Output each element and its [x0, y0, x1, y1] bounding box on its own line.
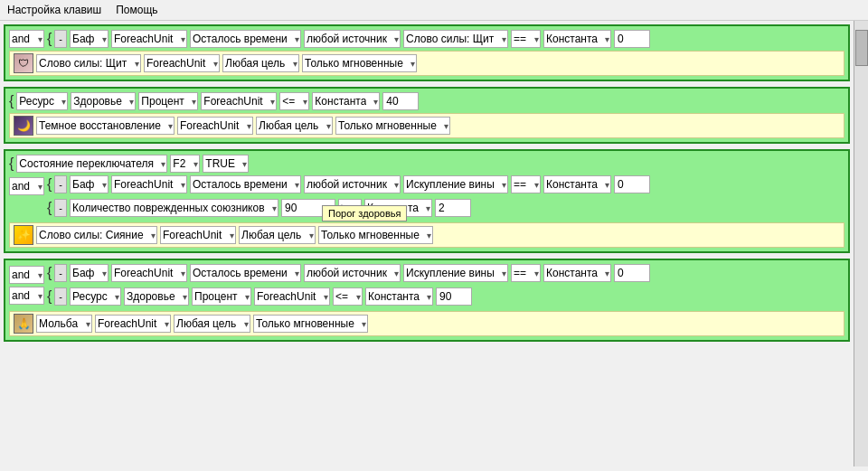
- spell-sel-1[interactable]: Слово силы: Щит: [403, 30, 508, 48]
- type-sel-1[interactable]: Баф: [70, 30, 108, 48]
- block3-switch-row: { Состояние переключателя F2 TRUE: [9, 155, 844, 173]
- condition-block-2: { Ресурс Здоровье Процент ForeachUnit <=…: [4, 87, 850, 144]
- minus-btn-3b[interactable]: -: [54, 199, 67, 217]
- block2-header-row: { Ресурс Здоровье Процент ForeachUnit <=…: [9, 92, 844, 110]
- val-4a[interactable]: [614, 264, 650, 282]
- val-4b[interactable]: [436, 287, 472, 306]
- op-sel-2[interactable]: <=: [279, 92, 309, 110]
- switch-val-sel[interactable]: TRUE: [203, 155, 249, 173]
- and-sel-4a[interactable]: and: [9, 266, 44, 284]
- source-sel-1[interactable]: любой источник: [304, 30, 401, 48]
- block1-header-row: and { - Баф ForeachUnit Осталось времени…: [9, 30, 844, 48]
- op-sel-1[interactable]: ==: [511, 30, 541, 48]
- menu-help[interactable]: Помощь: [116, 4, 157, 16]
- action-unit-sel-1[interactable]: ForeachUnit: [144, 54, 220, 72]
- block3-cond1-row: { - Баф ForeachUnit Осталось времени люб…: [47, 175, 844, 193]
- block3-action-row: ✨ Слово силы: Сияние ForeachUnit Любая ц…: [9, 222, 844, 248]
- scrollbar[interactable]: [854, 21, 868, 466]
- minus-btn-4a[interactable]: -: [54, 264, 67, 282]
- value-input-2[interactable]: [382, 92, 419, 110]
- block4-cond1-row: { - Баф ForeachUnit Осталось времени люб…: [47, 264, 844, 282]
- block2-action-row: 🌙 Темное восстановление ForeachUnit Люба…: [9, 113, 844, 138]
- menu-keyboard[interactable]: Настройка клавиш: [7, 4, 101, 16]
- minus-btn-1[interactable]: -: [54, 30, 67, 48]
- res-sel-2[interactable]: Здоровье: [71, 92, 136, 110]
- brace-3: {: [9, 155, 14, 173]
- shine-icon: ✨: [14, 225, 33, 245]
- switch-state-sel[interactable]: Состояние переключателя: [16, 155, 167, 173]
- brace-1: {: [47, 30, 52, 48]
- type-sel-2[interactable]: Ресурс: [16, 92, 68, 110]
- remain-sel-1[interactable]: Осталось времени: [190, 30, 301, 48]
- minus-btn-3a[interactable]: -: [54, 175, 67, 193]
- value-input-1[interactable]: [614, 30, 650, 48]
- action-target-sel-2[interactable]: Любая цель: [256, 117, 333, 135]
- condition-block-1: and { - Баф ForeachUnit Осталось времени…: [4, 24, 850, 81]
- val-3a[interactable]: [614, 175, 650, 193]
- condition-block-4: and and { - Баф ForeachUnit Осталось вре…: [4, 259, 850, 342]
- prayer-icon: 🙏: [14, 314, 33, 334]
- block3-cond2-row: { - Количество поврежденных союзников > …: [47, 199, 844, 217]
- block4-action-row: 🙏 Мольба ForeachUnit Любая цель Только м…: [9, 311, 844, 336]
- block4-cond2-row: { - Ресурс Здоровье Процент ForeachUnit …: [47, 287, 844, 306]
- action-unit-sel-2[interactable]: ForeachUnit: [177, 117, 253, 135]
- and-sel-4b[interactable]: and: [9, 287, 44, 305]
- and-selector-1[interactable]: and: [9, 30, 44, 48]
- minus-btn-4b[interactable]: -: [54, 287, 67, 306]
- block1-action-row: 🛡 Слово силы: Щит ForeachUnit Любая цель…: [9, 51, 844, 76]
- pct-sel-2[interactable]: Процент: [138, 92, 198, 110]
- and-sel-3[interactable]: and: [9, 177, 44, 195]
- condition-block-3: { Состояние переключателя F2 TRUE and { …: [4, 149, 850, 253]
- action-target-sel-1[interactable]: Любая цель: [222, 54, 299, 72]
- shield-icon: 🛡: [14, 53, 33, 73]
- unit-sel-1[interactable]: ForeachUnit: [111, 30, 187, 48]
- val-3b2[interactable]: [435, 199, 471, 217]
- dark-icon: 🌙: [14, 116, 33, 136]
- action-spell-sel-2[interactable]: Темное восстановление: [36, 117, 175, 135]
- brace-2: {: [9, 92, 14, 110]
- tooltip-health-threshold: Порог здоровья: [322, 205, 407, 221]
- action-timing-sel-1[interactable]: Только мгновенные: [302, 54, 417, 72]
- menu-bar: Настройка клавиш Помощь: [0, 0, 868, 21]
- const-sel-1[interactable]: Константа: [543, 30, 611, 48]
- switch-key-sel[interactable]: F2: [170, 155, 200, 173]
- action-spell-sel-1[interactable]: Слово силы: Щит: [36, 54, 141, 72]
- unit-sel-2[interactable]: ForeachUnit: [201, 92, 277, 110]
- const-sel-2[interactable]: Константа: [312, 92, 380, 110]
- action-timing-sel-2[interactable]: Только мгновенные: [335, 117, 450, 135]
